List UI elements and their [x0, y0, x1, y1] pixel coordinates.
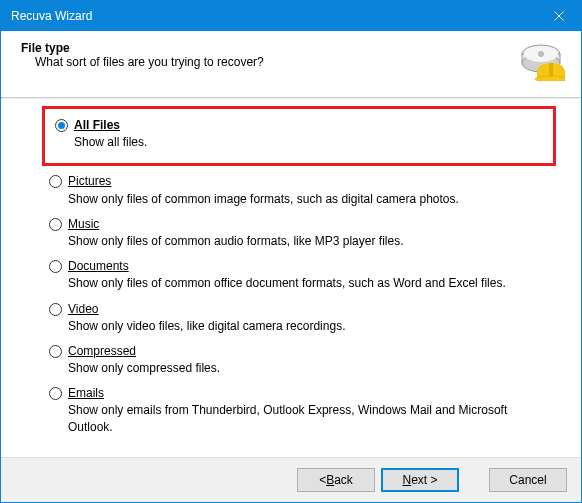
option-compressed[interactable]: Compressed Show only compressed files. — [45, 340, 553, 382]
wizard-header: File type What sort of files are you try… — [1, 31, 581, 97]
radio-documents[interactable] — [49, 260, 62, 273]
file-type-options: All Files Show all files. Pictures Show … — [45, 106, 553, 441]
highlight-box: All Files Show all files. — [42, 106, 556, 166]
option-text: All Files Show all files. — [74, 117, 543, 150]
button-spacer — [465, 468, 483, 492]
radio-emails[interactable] — [49, 387, 62, 400]
option-text: Emails Show only emails from Thunderbird… — [68, 385, 549, 435]
option-desc: Show only files of common audio formats,… — [68, 233, 549, 249]
close-icon — [554, 11, 564, 21]
option-desc: Show only compressed files. — [68, 360, 549, 376]
option-label: Music — [68, 216, 99, 232]
option-label: Documents — [68, 258, 129, 274]
option-video[interactable]: Video Show only video files, like digita… — [45, 298, 553, 340]
option-desc: Show only files of common image formats,… — [68, 191, 549, 207]
wizard-body: All Files Show all files. Pictures Show … — [1, 99, 581, 457]
radio-compressed[interactable] — [49, 345, 62, 358]
next-button-label: N — [402, 473, 411, 487]
option-text: Documents Show only files of common offi… — [68, 258, 549, 291]
radio-all-files[interactable] — [55, 119, 68, 132]
back-button[interactable]: < Back — [297, 468, 375, 492]
radio-video[interactable] — [49, 303, 62, 316]
option-label: All Files — [74, 117, 120, 133]
option-label: Emails — [68, 385, 104, 401]
option-desc: Show only video files, like digital came… — [68, 318, 549, 334]
option-text: Video Show only video files, like digita… — [68, 301, 549, 334]
close-button[interactable] — [536, 1, 581, 31]
header-subtitle: What sort of files are you trying to rec… — [35, 55, 517, 69]
wizard-window: Recuva Wizard File type What sort of fil… — [0, 0, 582, 503]
option-desc: Show only files of common office documen… — [68, 275, 549, 291]
option-documents[interactable]: Documents Show only files of common offi… — [45, 255, 553, 297]
option-text: Music Show only files of common audio fo… — [68, 216, 549, 249]
option-desc: Show only emails from Thunderbird, Outlo… — [68, 402, 549, 434]
svg-rect-7 — [549, 63, 553, 76]
svg-point-8 — [535, 76, 565, 81]
wizard-footer: < Back Next > Cancel — [1, 457, 581, 502]
cancel-button[interactable]: Cancel — [489, 468, 567, 492]
option-text: Pictures Show only files of common image… — [68, 173, 549, 206]
titlebar: Recuva Wizard — [1, 1, 581, 31]
option-all-files[interactable]: All Files Show all files. — [51, 114, 547, 156]
radio-music[interactable] — [49, 218, 62, 231]
option-desc: Show all files. — [74, 134, 543, 150]
option-label: Pictures — [68, 173, 111, 189]
radio-pictures[interactable] — [49, 175, 62, 188]
option-text: Compressed Show only compressed files. — [68, 343, 549, 376]
option-pictures[interactable]: Pictures Show only files of common image… — [45, 170, 553, 212]
option-label: Compressed — [68, 343, 136, 359]
option-emails[interactable]: Emails Show only emails from Thunderbird… — [45, 382, 553, 441]
window-title: Recuva Wizard — [11, 9, 536, 23]
next-button[interactable]: Next > — [381, 468, 459, 492]
option-music[interactable]: Music Show only files of common audio fo… — [45, 213, 553, 255]
back-button-label: B — [326, 473, 334, 487]
svg-point-6 — [538, 51, 544, 57]
header-text: File type What sort of files are you try… — [21, 41, 517, 69]
option-label: Video — [68, 301, 98, 317]
header-title: File type — [21, 41, 517, 55]
hardhat-drive-icon — [517, 41, 565, 81]
